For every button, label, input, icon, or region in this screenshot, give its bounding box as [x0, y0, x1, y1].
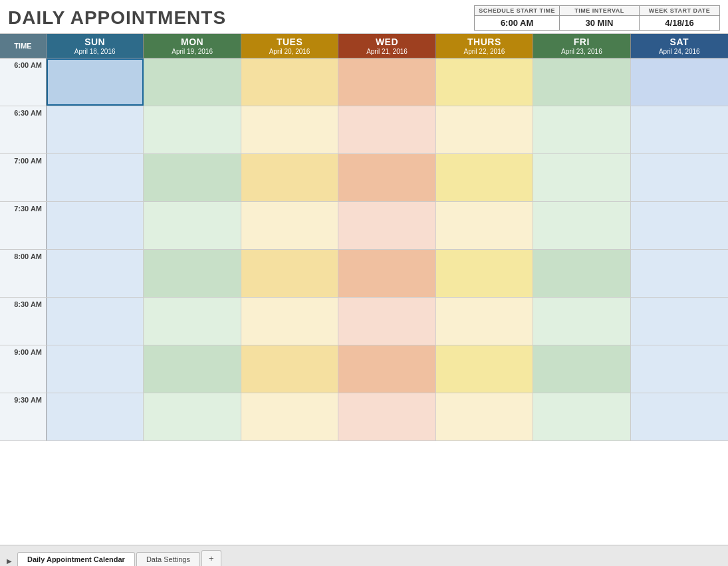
settings-time-interval[interactable]: TIME INTERVAL 30 MIN: [560, 6, 640, 30]
time-label: 7:30 AM: [0, 202, 47, 249]
calendar-cell[interactable]: [533, 202, 630, 249]
calendar-cell[interactable]: [47, 250, 144, 297]
time-label: 9:30 AM: [0, 393, 47, 440]
calendar-cell[interactable]: [631, 345, 728, 393]
calendar-cell[interactable]: [47, 154, 144, 201]
calendar-cell[interactable]: [241, 106, 338, 153]
time-row: 9:00 AM: [0, 345, 728, 393]
day-header-mon: MONApril 19, 2016: [144, 34, 241, 58]
calendar-cell[interactable]: [533, 154, 630, 201]
calendar-cell[interactable]: [533, 345, 630, 393]
calendar-cell[interactable]: [631, 393, 728, 440]
day-header-tues: TUESApril 20, 2016: [241, 34, 338, 58]
days-header: TIME SUNApril 18, 2016MONApril 19, 2016T…: [0, 34, 728, 58]
tab-scroll-arrow[interactable]: ▶: [4, 556, 15, 566]
top-header: DAILY APPOINTMENTS SCHEDULE START TIME 6…: [0, 0, 728, 34]
calendar-cell[interactable]: [436, 345, 533, 393]
calendar-cell[interactable]: [533, 106, 630, 153]
calendar-cell[interactable]: [241, 154, 338, 201]
day-name: THURS: [467, 37, 501, 47]
calendar-cell[interactable]: [436, 250, 533, 297]
calendar-cell[interactable]: [436, 58, 533, 106]
calendar-cell[interactable]: [436, 154, 533, 201]
time-label: 6:00 AM: [0, 58, 47, 106]
calendar-cell[interactable]: [47, 202, 144, 249]
calendar-cell[interactable]: [47, 345, 144, 393]
calendar-cell[interactable]: [338, 106, 435, 153]
bottom-bar: ▶ Daily Appointment CalendarData Setting…: [0, 545, 728, 566]
calendar-cell[interactable]: [631, 202, 728, 249]
time-row: 6:00 AM: [0, 58, 728, 106]
calendar-cell[interactable]: [144, 298, 241, 345]
calendar-cell[interactable]: [47, 58, 144, 106]
time-row: 8:00 AM: [0, 250, 728, 298]
day-header-fri: FRIApril 23, 2016: [533, 34, 630, 58]
settings-schedule-start-label: SCHEDULE START TIME: [475, 6, 559, 16]
calendar-cell[interactable]: [631, 58, 728, 106]
calendar-cell[interactable]: [241, 298, 338, 345]
calendar-cell[interactable]: [338, 154, 435, 201]
calendar-cell[interactable]: [436, 106, 533, 153]
calendar-cell[interactable]: [144, 345, 241, 393]
calendar-cell[interactable]: [338, 250, 435, 297]
tab-1[interactable]: Data Settings: [136, 552, 200, 566]
time-row: 7:00 AM: [0, 154, 728, 202]
calendar-cell[interactable]: [338, 298, 435, 345]
calendar-cell[interactable]: [241, 250, 338, 297]
calendar-cell[interactable]: [338, 58, 435, 106]
day-date: April 20, 2016: [269, 48, 310, 55]
settings-week-start[interactable]: WEEK START DATE 4/18/16: [640, 6, 719, 30]
calendar-cell[interactable]: [631, 298, 728, 345]
calendar-cell[interactable]: [533, 298, 630, 345]
calendar-cell[interactable]: [47, 393, 144, 440]
time-row: 7:30 AM: [0, 202, 728, 250]
calendar-content: TIME SUNApril 18, 2016MONApril 19, 2016T…: [0, 34, 728, 545]
calendar-cell[interactable]: [144, 250, 241, 297]
time-column-header: TIME: [0, 34, 47, 58]
time-row: 6:30 AM: [0, 106, 728, 154]
calendar-cell[interactable]: [631, 106, 728, 153]
calendar-cell[interactable]: [338, 345, 435, 393]
day-header-sat: SATApril 24, 2016: [631, 34, 728, 58]
calendar-cell[interactable]: [47, 106, 144, 153]
calendar-cell[interactable]: [144, 106, 241, 153]
calendar-cell[interactable]: [241, 58, 338, 106]
calendar-cell[interactable]: [241, 202, 338, 249]
settings-schedule-start-value: 6:00 AM: [475, 16, 559, 30]
calendar-cell[interactable]: [144, 202, 241, 249]
day-header-wed: WEDApril 21, 2016: [338, 34, 435, 58]
tab-0[interactable]: Daily Appointment Calendar: [17, 552, 135, 566]
day-name: TUES: [277, 37, 303, 47]
calendar-cell[interactable]: [338, 393, 435, 440]
calendar-cell[interactable]: [144, 58, 241, 106]
tab-add-button[interactable]: +: [201, 550, 221, 566]
app-title: DAILY APPOINTMENTS: [8, 7, 226, 29]
calendar-cell[interactable]: [144, 154, 241, 201]
time-label: 6:30 AM: [0, 106, 47, 153]
calendar-cell[interactable]: [631, 154, 728, 201]
calendar-cell[interactable]: [144, 393, 241, 440]
day-name: MON: [181, 37, 203, 47]
time-rows: 6:00 AM6:30 AM7:00 AM7:30 AM8:00 AM8:30 …: [0, 58, 728, 545]
time-label: 8:00 AM: [0, 250, 47, 297]
time-label: 7:00 AM: [0, 154, 47, 201]
calendar-cell[interactable]: [241, 393, 338, 440]
settings-time-interval-value: 30 MIN: [560, 16, 639, 30]
calendar-cell[interactable]: [436, 298, 533, 345]
calendar-cell[interactable]: [631, 250, 728, 297]
calendar-cell[interactable]: [436, 202, 533, 249]
settings-schedule-start[interactable]: SCHEDULE START TIME 6:00 AM: [475, 6, 560, 30]
day-name: SUN: [84, 37, 105, 47]
calendar-cell[interactable]: [533, 393, 630, 440]
time-row: 8:30 AM: [0, 298, 728, 345]
calendar-cell[interactable]: [533, 250, 630, 297]
calendar-cell[interactable]: [533, 58, 630, 106]
settings-week-start-value: 4/18/16: [640, 16, 719, 30]
day-header-sun: SUNApril 18, 2016: [47, 34, 144, 58]
day-date: April 24, 2016: [659, 48, 700, 55]
calendar-cell[interactable]: [338, 202, 435, 249]
settings-time-interval-label: TIME INTERVAL: [560, 6, 639, 16]
calendar-cell[interactable]: [241, 345, 338, 393]
calendar-cell[interactable]: [47, 298, 144, 345]
calendar-cell[interactable]: [436, 393, 533, 440]
